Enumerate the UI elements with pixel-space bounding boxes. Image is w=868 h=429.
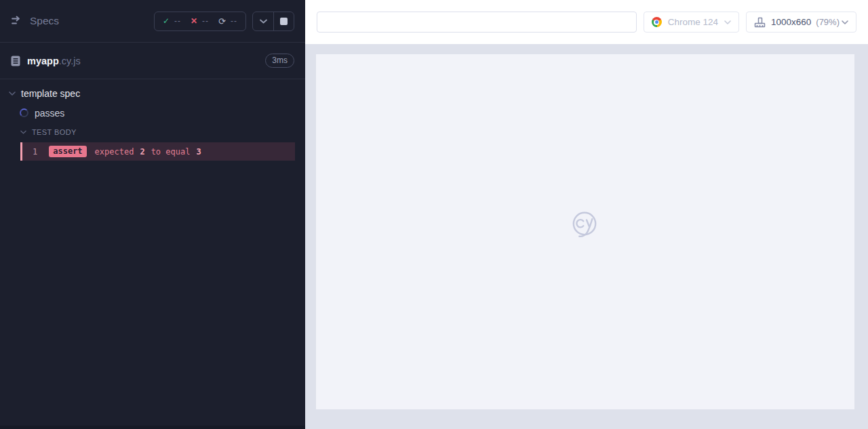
spec-base-name: myapp: [27, 56, 59, 66]
stage-background: [305, 44, 868, 429]
command-log-row[interactable]: 1 assert expected 2 to equal 3: [20, 142, 295, 161]
spec-file-name: myapp.cy.js: [27, 56, 81, 66]
specs-list-icon[interactable]: [11, 16, 23, 26]
browser-selector[interactable]: Chrome 124: [644, 12, 739, 33]
test-stats: ✓ -- ✕ -- ⟳ --: [154, 12, 246, 31]
aut-iframe-panel: [316, 54, 854, 409]
url-input[interactable]: [317, 12, 637, 33]
sidebar-bottom-edge: [0, 426, 305, 429]
command-message-text: expected: [95, 147, 134, 157]
failed-icon: ✕: [191, 17, 197, 25]
chrome-icon: [652, 17, 662, 27]
passed-icon: ✓: [163, 17, 170, 25]
browser-label: Chrome 124: [668, 17, 718, 27]
app-under-test-area: Chrome 124 1000x660 (79%): [305, 0, 868, 429]
command-message-text: to equal: [151, 147, 191, 157]
command-name-badge: assert: [49, 146, 86, 157]
chevron-down-icon: [20, 130, 26, 134]
viewport-size: 1000x660: [771, 17, 811, 27]
cypress-logo-icon: [568, 209, 602, 247]
chevron-down-icon: [842, 20, 848, 24]
command-actual-value: 2: [140, 147, 144, 157]
run-controls: [252, 12, 294, 31]
ruler-icon: [754, 17, 766, 28]
pending-count: --: [231, 16, 237, 26]
test-label: passes: [35, 108, 64, 119]
command-number: 1: [33, 147, 37, 157]
specs-title: Specs: [30, 15, 59, 27]
chevron-down-icon: [724, 20, 731, 24]
passed-count: --: [174, 16, 181, 26]
test-row[interactable]: passes: [0, 103, 305, 123]
suite-label: template spec: [21, 88, 80, 99]
viewport-scale: (79%): [816, 17, 840, 27]
collapse-tests-button[interactable]: [253, 12, 273, 30]
reporter-sidebar: Specs ✓ -- ✕ -- ⟳ --: [0, 0, 305, 429]
command-expected-value: 3: [196, 147, 201, 157]
pending-icon: ⟳: [218, 17, 226, 26]
viewport-selector[interactable]: 1000x660 (79%): [746, 12, 856, 33]
spec-file-icon: [11, 56, 20, 66]
test-body-section[interactable]: TEST BODY: [0, 123, 305, 141]
chevron-down-icon: [9, 91, 16, 96]
test-tree: template spec passes TEST BODY 1 assert …: [0, 79, 305, 161]
test-body-label: TEST BODY: [32, 128, 77, 136]
stop-icon: [280, 18, 288, 25]
suite-row[interactable]: template spec: [0, 83, 305, 103]
url-toolbar: Chrome 124 1000x660 (79%): [305, 0, 868, 44]
stop-run-button[interactable]: [273, 12, 294, 30]
reporter-header: Specs ✓ -- ✕ -- ⟳ --: [0, 0, 305, 43]
spec-duration-badge: 3ms: [265, 54, 294, 68]
spec-file-row[interactable]: myapp.cy.js 3ms: [0, 43, 305, 79]
failed-count: --: [202, 16, 209, 26]
test-running-spinner-icon: [20, 108, 28, 117]
spec-extension: .cy.js: [59, 56, 81, 66]
chevron-down-icon: [260, 19, 267, 24]
